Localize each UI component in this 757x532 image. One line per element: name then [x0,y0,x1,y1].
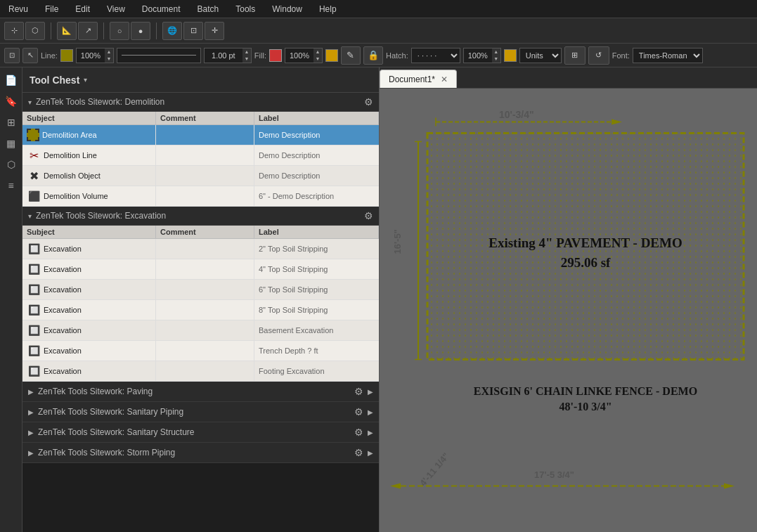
menu-tools[interactable]: Tools [233,3,258,15]
table-row[interactable]: 🔲 Excavation 6" Top Soil Stripping [22,280,379,300]
sanitary-structure-gear-icon[interactable]: ⚙ [354,427,363,438]
line-weight-down[interactable]: ▼ [242,56,251,63]
table-row[interactable]: Demolition Area Demo Description [22,125,379,145]
fill-opacity-up[interactable]: ▲ [313,48,322,56]
table-row[interactable]: ⬛ Demolition Volume 6" - Demo Descriptio… [22,186,379,207]
storm-piping-section-title: ZenTek Tools Sitework: Storm Piping [38,448,354,458]
toolbar-btn-circle-fill[interactable]: ● [131,22,150,40]
demo-row2-label: Demo Description [254,149,379,162]
excavation-icon-5: 🔲 [27,323,41,337]
doc-tab-close-icon[interactable]: ✕ [441,74,448,84]
table-row[interactable]: 🔲 Excavation 4" Top Soil Stripping [22,259,379,280]
toolbar-group-1: ⊹ ⬡ [4,22,45,40]
demo-row1-subject: Demolition Area [22,125,156,145]
left-icon-stack[interactable]: ≡ [3,177,20,194]
line-opacity-spinner[interactable]: 100% ▲ ▼ [76,48,114,63]
storm-piping-gear-icon[interactable]: ⚙ [354,447,363,458]
tool-chest-header: Tool Chest ▾ [22,67,379,93]
fill-opacity-spinner[interactable]: ▲ ▼ [285,48,323,63]
line-weight-spinner[interactable]: ▲ ▼ [204,48,252,63]
menu-edit[interactable]: Edit [72,3,93,15]
fill-color-swatch[interactable] [269,49,282,62]
collapsed-section-sanitary-piping[interactable]: ▶ ZenTek Tools Sitework: Sanitary Piping… [22,402,379,422]
exc-row4-label: 8" Top Soil Stripping [254,304,379,316]
menu-help[interactable]: Help [316,3,339,15]
left-icon-bookmark[interactable]: 🔖 [3,93,20,110]
collapsed-section-paving[interactable]: ▶ ZenTek Tools Sitework: Paving ⚙ ▶ [22,382,379,402]
table-row[interactable]: 🔲 Excavation Basement Excavation [22,320,379,341]
toolbar-pen-btn[interactable]: ✎ [341,46,361,65]
toolbar-grid-btn[interactable]: ⊞ [564,46,585,65]
left-icon-layers[interactable]: ⊞ [3,114,20,131]
demo-row2-comment [156,145,254,165]
svg-text:17'-5 3/4": 17'-5 3/4" [534,469,574,480]
toolbar-cursor-btn[interactable]: ↖ [22,48,38,63]
hatch-opacity-up[interactable]: ▲ [492,48,500,56]
sanitary-piping-gear-icon[interactable]: ⚙ [354,406,363,417]
toolbar-btn-globe[interactable]: 🌐 [162,22,182,40]
doc-tab-document1[interactable]: Document1* ✕ [380,70,457,88]
exc-row7-comment [156,361,254,381]
toolbar-btn-circle[interactable]: ○ [110,22,129,40]
units-dropdown[interactable]: Units [519,48,562,63]
menu-revu[interactable]: Revu [6,3,31,15]
line-opacity-input[interactable]: 100% [77,51,105,60]
toolbar-btn-measure[interactable]: 📐 [57,22,77,40]
menu-view[interactable]: View [104,3,128,15]
line-weight-up[interactable]: ▲ [242,48,251,56]
hatch-opacity-down[interactable]: ▼ [492,56,500,63]
toolbar-group-3: ○ ● [110,22,150,40]
line-opacity-down[interactable]: ▼ [105,56,113,63]
fill-opacity-input[interactable] [285,51,313,60]
line-opacity-up[interactable]: ▲ [105,48,113,56]
section-demolition-header[interactable]: ▾ ZenTek Tools Sitework: Demolition ⚙ [22,93,379,112]
sanitary-piping-section-title: ZenTek Tools Sitework: Sanitary Piping [38,407,354,417]
table-row[interactable]: 🔲 Excavation Footing Excavation [22,361,379,382]
table-row[interactable]: 🔲 Excavation 8" Top Soil Stripping [22,300,379,320]
toolbar-btn-markup[interactable]: ⬡ [25,22,45,40]
left-icon-stamp[interactable]: ⬡ [3,156,20,173]
hatch-dropdown[interactable]: · · · · · [411,48,460,63]
fill-pattern-swatch[interactable] [325,49,338,62]
excavation-icon-4: 🔲 [27,303,41,317]
hatch-color-swatch[interactable] [504,49,517,62]
toolbar-page-btn[interactable]: ⊡ [4,48,20,63]
line-color-swatch[interactable] [60,49,73,62]
hatch-opacity-spinner[interactable]: ▲ ▼ [463,48,501,63]
tool-chest-chevron-icon[interactable]: ▾ [84,76,87,84]
sanitary-piping-collapse-icon: ▶ [28,408,34,416]
hatch-opacity-input[interactable] [464,51,492,60]
svg-text:295.06 sf: 295.06 sf [561,255,611,270]
collapsed-section-storm-piping[interactable]: ▶ ZenTek Tools Sitework: Storm Piping ⚙ … [22,443,379,463]
section-demolition-gear-icon[interactable]: ⚙ [364,96,373,108]
table-row[interactable]: 🔲 Excavation 2" Top Soil Stripping [22,239,379,259]
toolbar-lock-btn[interactable]: 🔒 [363,46,383,65]
section-excavation-header[interactable]: ▾ ZenTek Tools Sitework: Excavation ⚙ [22,207,379,226]
paving-section-title: ZenTek Tools Sitework: Paving [38,387,354,396]
table-row[interactable]: 🔲 Excavation Trench Depth ? ft [22,341,379,361]
menu-document[interactable]: Document [139,3,183,15]
line-weight-input[interactable] [205,51,242,60]
left-icon-grid[interactable]: ▦ [3,135,20,152]
canvas-area[interactable]: 10'-3/4" 16'-5" Existing 4" PAVEMENT - D… [380,89,757,532]
line-label: Line: [41,51,58,60]
sanitary-structure-arrow-icon: ▶ [368,429,373,436]
toolbar-btn-move[interactable]: ✛ [205,22,224,40]
fill-opacity-down[interactable]: ▼ [313,56,322,63]
left-icon-page[interactable]: 📄 [3,72,20,89]
table-row[interactable]: ✂ Demolition Line Demo Description [22,145,379,166]
section-excavation-gear-icon[interactable]: ⚙ [364,210,373,221]
tool-chest-scroll[interactable]: ▾ ZenTek Tools Sitework: Demolition ⚙ Su… [22,93,379,532]
toolbar-btn-cursor[interactable]: ⊹ [4,22,24,40]
toolbar-rotate-btn[interactable]: ↺ [588,46,609,65]
menu-file[interactable]: File [42,3,61,15]
menu-window[interactable]: Window [269,3,305,15]
paving-gear-icon[interactable]: ⚙ [354,386,363,397]
toolbar-btn-arrow[interactable]: ↗ [78,22,98,40]
table-row[interactable]: ✖ Demolish Object Demo Description [22,166,379,186]
line-style-preview[interactable] [117,48,201,63]
menu-batch[interactable]: Batch [195,3,222,15]
toolbar-btn-select[interactable]: ⊡ [183,22,203,40]
collapsed-section-sanitary-structure[interactable]: ▶ ZenTek Tools Sitework: Sanitary Struct… [22,422,379,443]
font-dropdown[interactable]: Times-Roman [633,48,703,63]
